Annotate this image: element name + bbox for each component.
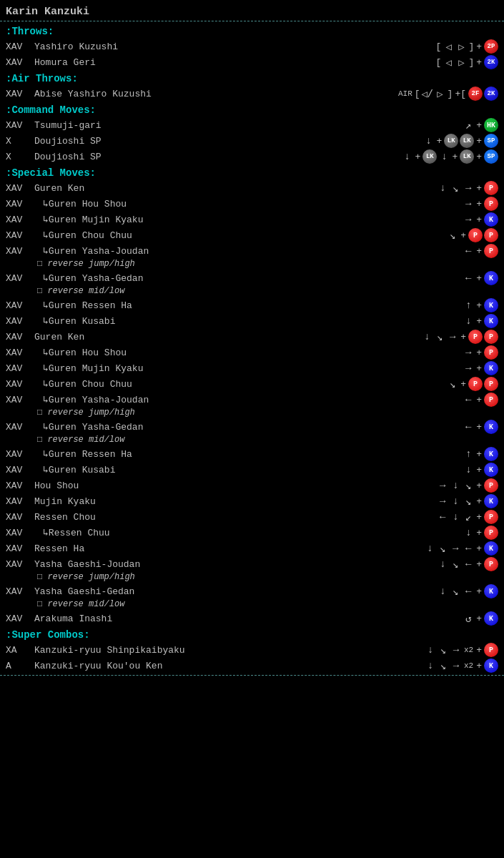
move-name: ↳Guren Ressen Ha <box>34 448 463 460</box>
table-row: XAV Ressen Ha ↓ ↘ → ← + K <box>0 541 504 556</box>
btn-p: P <box>468 330 483 344</box>
plus-icon: + <box>476 395 482 405</box>
up-icon: ↑ <box>463 448 474 460</box>
move-name: Yashiro Kuzushi <box>34 41 436 52</box>
move-inputs: ← ↓ ↙ + P <box>437 510 498 524</box>
table-row: XAV Arakuma Inashi ↺ + K <box>0 611 504 626</box>
btn-lk: LK <box>423 149 437 164</box>
btn-k: K <box>484 584 498 598</box>
move-inputs: ↓ ↘ → x2 + P <box>425 643 498 657</box>
right-icon: → <box>463 347 474 358</box>
move-version: XAV <box>6 363 34 374</box>
move-version: XAV <box>6 199 34 209</box>
move-inputs: ↓ + K <box>463 463 498 477</box>
move-version: XAV <box>6 89 34 99</box>
plus-icon: + <box>476 152 482 162</box>
right-icon: → <box>437 480 448 491</box>
bracket-open: [ <box>436 41 442 52</box>
table-row: XA Kanzuki-ryuu Shinpikaibyaku ↓ ↘ → x2 … <box>0 642 504 658</box>
btn-k: K <box>484 271 498 285</box>
move-name: ↳Guren Hou Shou <box>34 347 463 358</box>
plus-icon: + <box>476 661 482 671</box>
move-name: ↳Guren Ressen Ha <box>34 300 463 311</box>
table-row: XAV Guren Ken ↓ ↘ → + P <box>0 180 504 196</box>
plus-icon: + <box>476 347 482 358</box>
plus-icon: + <box>452 152 458 162</box>
move-version: XAV <box>6 613 34 624</box>
move-version: X <box>6 136 34 147</box>
move-name: ↳Guren Hou Shou <box>34 198 463 209</box>
btn-p: P <box>484 557 498 571</box>
left-icon: ← <box>463 394 474 405</box>
sub-note: □ reverse mid/low <box>0 435 504 446</box>
sub-note: □ reverse jump/high <box>0 408 504 419</box>
x2-label: x2 <box>464 661 473 670</box>
btn-lk: LK <box>444 134 458 148</box>
move-inputs: ← + P <box>463 244 498 258</box>
table-row: XAV ↳Guren Hou Shou → + P <box>0 345 504 360</box>
move-version: XAV <box>6 300 34 311</box>
up-icon: ↑ <box>463 300 474 311</box>
move-inputs: ↗ + HK <box>463 118 498 132</box>
move-version: XAV <box>6 512 34 523</box>
right-icon: → <box>463 363 474 374</box>
btn-k: K <box>484 298 498 312</box>
down-arrow-icon: ↓ <box>402 151 413 162</box>
plus-icon: + <box>476 645 482 656</box>
move-inputs: ↓ + LK LK + SP <box>423 134 498 148</box>
right-icon: → <box>463 182 474 194</box>
move-inputs: ↓ ↘ → + P <box>437 181 498 195</box>
down-arrow-icon: ↓ <box>423 135 434 147</box>
move-inputs: ↓ ↘ → x2 + K <box>425 659 498 673</box>
move-name: Doujioshi SP <box>34 136 423 147</box>
move-version: XAV <box>6 465 34 475</box>
plus-icon: +[ <box>455 89 466 99</box>
plus-icon: + <box>476 300 482 311</box>
btn-k: K <box>484 463 498 477</box>
move-name: ↳Guren Yasha-Gedan <box>34 272 463 284</box>
move-version: XAV <box>6 395 34 405</box>
btn-sp: SP <box>484 134 498 148</box>
move-name: Arakuma Inashi <box>34 613 463 624</box>
super-combos-header: :Super Combos: <box>0 626 504 642</box>
move-inputs: ↑ + K <box>463 447 498 461</box>
down-icon: ↓ <box>437 558 448 570</box>
move-version: X <box>6 152 34 162</box>
plus-icon: + <box>476 496 482 507</box>
plus-icon: + <box>476 465 482 475</box>
table-row: XAV ↳Guren Ressen Ha ↑ + K <box>0 297 504 313</box>
move-name: ↳Guren Kusabi <box>34 315 463 327</box>
move-inputs: ↘ + P P <box>447 228 498 242</box>
move-version: XAV <box>6 332 34 342</box>
table-row: XAV ↳Ressen Chuu ↓ + P <box>0 525 504 541</box>
move-inputs: → ↓ ↘ + P <box>437 478 498 493</box>
move-version: A <box>6 661 34 671</box>
bottom-divider <box>0 675 504 676</box>
move-name: ↳Guren Yasha-Joudan <box>34 245 463 257</box>
table-row: XAV Abise Yashiro Kuzushi AIR [ ◁/ ▷ ] +… <box>0 86 504 102</box>
move-inputs: → + K <box>463 212 498 227</box>
down-icon: ↓ <box>437 586 448 597</box>
right-arrow-icon: ▷ <box>455 41 467 52</box>
move-name: Abise Yashiro Kuzushi <box>34 89 398 99</box>
move-version: XAV <box>6 41 34 52</box>
btn-p: P <box>484 643 498 657</box>
left-icon: ← <box>463 543 474 554</box>
move-name: ↳Guren Chou Chuu <box>34 378 447 390</box>
right-icon: → <box>450 660 462 671</box>
btn-p: P <box>468 377 483 391</box>
move-version: XAV <box>6 528 34 538</box>
right-icon: → <box>463 214 474 225</box>
table-row: XAV ↳Guren Hou Shou → + P <box>0 196 504 212</box>
right-icon: → <box>450 644 462 656</box>
sub-note: □ reverse mid/low <box>0 286 504 297</box>
move-inputs: ← + K <box>463 271 498 285</box>
top-divider <box>0 21 504 21</box>
move-inputs: AIR [ ◁/ ▷ ] +[ 2F 2K <box>398 87 498 101</box>
down-right-icon: ↘ <box>434 331 445 342</box>
move-inputs: ↓ ↘ ← + K <box>437 584 498 598</box>
down-right-icon: ↘ <box>463 495 474 507</box>
table-row: XAV Homura Geri [ ◁ ▷ ] + 2K <box>0 54 504 70</box>
move-version: XAV <box>6 559 34 570</box>
move-inputs: ↑ + K <box>463 298 498 312</box>
